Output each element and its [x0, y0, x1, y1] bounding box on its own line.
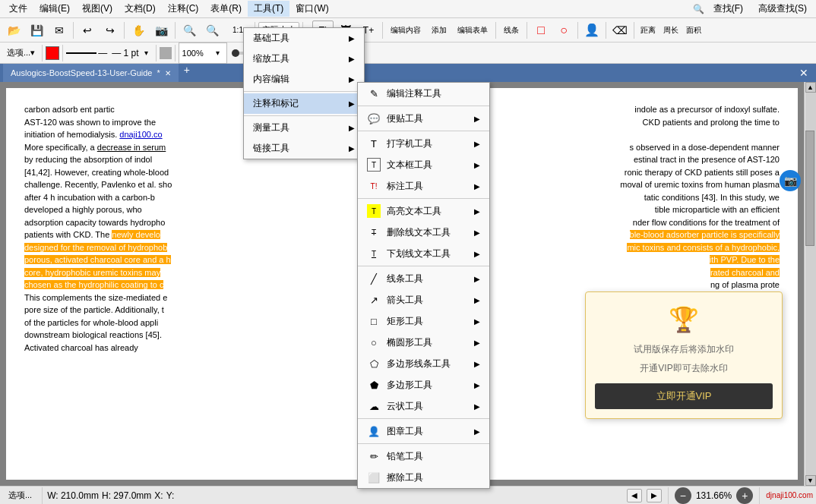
- sep9: [577, 22, 578, 39]
- color-picker[interactable]: [46, 46, 59, 60]
- area-btn[interactable]: 面积: [683, 20, 704, 40]
- edit-form-btn[interactable]: 编辑表单: [453, 20, 492, 40]
- save-button[interactable]: 💾: [26, 20, 47, 40]
- tools-menu-zoom[interactable]: 缩放工具 ▶: [244, 49, 364, 69]
- ann-arrow-label: 箭头工具: [387, 294, 423, 307]
- select-mode-btn[interactable]: 选项...: [3, 486, 37, 505]
- measure-arrow: ▶: [349, 124, 355, 132]
- ann-callout-arrow: ▶: [474, 182, 480, 191]
- fill-color[interactable]: [160, 47, 172, 59]
- ann-strikeout-btn[interactable]: T 删除线文本工具 ▶: [358, 222, 489, 243]
- prev-page-btn[interactable]: ◀: [627, 489, 642, 502]
- zoom-in-button[interactable]: 🔍: [179, 20, 200, 40]
- tab-close-btn[interactable]: ✕: [165, 69, 171, 77]
- ann-arrow-icon: ↗: [367, 293, 381, 307]
- menu-form[interactable]: 表单(R): [204, 1, 248, 17]
- tools-menu-basic[interactable]: 基础工具 ▶: [244, 28, 364, 49]
- menu-view[interactable]: 视图(V): [76, 1, 119, 17]
- add-btn[interactable]: 添加: [427, 20, 451, 40]
- tools-menu-annotate[interactable]: 注释和标记 ▶: [244, 93, 364, 114]
- ann-callout-btn[interactable]: T! 标注工具 ▶: [358, 175, 489, 197]
- ann-strikeout-label: 删除线文本工具: [387, 226, 451, 239]
- zoom-handle[interactable]: [232, 49, 239, 57]
- ann-edit-btn[interactable]: ✎ 编辑注释工具: [358, 83, 489, 104]
- ann-ellipse-btn[interactable]: ○ 椭圆形工具 ▶: [358, 332, 489, 353]
- edit-content-btn[interactable]: 编辑内容: [386, 20, 425, 40]
- ann-polygon-btn[interactable]: ⬟ 多边形工具 ▶: [358, 374, 489, 395]
- menu-find[interactable]: 查找(F): [707, 1, 749, 17]
- zoom-out-button[interactable]: 🔍: [201, 20, 223, 40]
- ann-polygon-label: 多边形工具: [387, 379, 432, 392]
- watermark-label[interactable]: djnaji100.com: [766, 491, 813, 499]
- camera-button[interactable]: 📷: [150, 20, 172, 40]
- menu-advanced-find[interactable]: 高级查找(S): [752, 1, 813, 17]
- measure-label: 测量工具: [253, 121, 289, 134]
- zoom-input[interactable]: [182, 49, 213, 58]
- tab-close-all-btn[interactable]: ✕: [795, 67, 813, 79]
- vip-open-btn[interactable]: 立即开通VIP: [595, 383, 773, 409]
- tools-menu-link[interactable]: 链接工具 ▶: [244, 138, 364, 159]
- select-dropdown[interactable]: 选项...▾: [3, 43, 39, 63]
- y-label: Y:: [166, 490, 175, 501]
- ann-cloud-btn[interactable]: ☁ 云状工具 ▶: [358, 395, 489, 417]
- ann-typewriter-btn[interactable]: T 打字机工具 ▶: [358, 133, 489, 154]
- zoom-dropdown-btn[interactable]: ▾: [213, 43, 223, 63]
- ann-eraser-btn[interactable]: ⬜ 擦除工具: [358, 467, 489, 488]
- ann-highlight-btn[interactable]: T 高亮文本工具 ▶: [358, 200, 489, 222]
- eraser-btn[interactable]: ⌫: [609, 20, 631, 40]
- ann-eraser-icon: ⬜: [367, 471, 381, 484]
- ann-pencil-btn[interactable]: ✏ 铅笔工具: [358, 446, 489, 467]
- rect-shape-btn[interactable]: □: [530, 20, 552, 40]
- zoom-tools-arrow: ▶: [349, 55, 355, 63]
- sep14: [156, 45, 157, 61]
- tab-add-btn[interactable]: +: [179, 64, 195, 82]
- menu-doc[interactable]: 文档(D): [119, 1, 162, 17]
- scroll-up-btn[interactable]: ▲: [805, 82, 816, 93]
- menu-tools[interactable]: 工具(T): [248, 1, 289, 17]
- scroll-down-btn[interactable]: ▼: [805, 475, 816, 486]
- floating-camera-btn[interactable]: 📷: [780, 170, 801, 191]
- menu-file[interactable]: 文件: [3, 1, 33, 17]
- ann-rect-btn[interactable]: □ 矩形工具 ▶: [358, 310, 489, 332]
- menu-annotate[interactable]: 注释(C): [162, 1, 205, 17]
- distance-btn[interactable]: 距离: [637, 20, 659, 40]
- width-label: W: 210.0mm: [47, 490, 99, 501]
- find-icon: 🔍: [693, 4, 704, 14]
- email-button[interactable]: ✉: [49, 20, 70, 40]
- open-button[interactable]: 📂: [3, 20, 24, 40]
- zoom-in-circle[interactable]: +: [736, 487, 753, 504]
- doc-link[interactable]: dnaji100.co: [119, 130, 162, 139]
- ann-stamp-btn[interactable]: 👤 图章工具 ▶: [358, 421, 489, 442]
- next-page-btn[interactable]: ▶: [647, 489, 662, 502]
- ann-arrow-btn[interactable]: ↗ 箭头工具 ▶: [358, 289, 489, 310]
- undo-button[interactable]: ↩: [77, 20, 98, 40]
- perimeter-btn[interactable]: 周长: [660, 20, 682, 40]
- ann-strikeout-icon: T: [367, 225, 381, 239]
- zoom-out-circle[interactable]: −: [675, 487, 691, 504]
- basic-tools-arrow: ▶: [349, 34, 355, 43]
- tab-doc[interactable]: Auslogics-BoostSpeed-13-User-Guide * ✕: [3, 64, 179, 82]
- ann-sticky-arrow: ▶: [474, 115, 480, 123]
- scrollbar-v[interactable]: ▲ ▼ 📷: [804, 82, 816, 486]
- ann-underline-btn[interactable]: T 下划线文本工具 ▶: [358, 243, 489, 264]
- ann-polyline-arrow: ▶: [474, 360, 480, 368]
- menu-window[interactable]: 窗口(W): [289, 1, 334, 17]
- scroll-thumb[interactable]: [805, 131, 814, 245]
- ann-sticky-btn[interactable]: 💬 便贴工具 ▶: [358, 108, 489, 129]
- menu-edit[interactable]: 编辑(E): [33, 1, 76, 17]
- ann-polyline-btn[interactable]: ⬠ 多边形线条工具 ▶: [358, 353, 489, 374]
- redo-button[interactable]: ↪: [100, 20, 121, 40]
- line-width-dropdown[interactable]: ▾: [141, 43, 153, 63]
- hand-button[interactable]: ✋: [128, 20, 149, 40]
- tools-menu-content[interactable]: 内容编辑 ▶: [244, 69, 364, 90]
- circle-shape-btn[interactable]: ○: [553, 20, 574, 40]
- ann-polyline-icon: ⬠: [367, 357, 381, 370]
- line-tool-btn[interactable]: 线条: [499, 20, 523, 40]
- ann-line-btn[interactable]: ╱ 线条工具 ▶: [358, 268, 489, 289]
- tools-menu-measure[interactable]: 测量工具 ▶: [244, 118, 364, 138]
- tab-label: Auslogics-BoostSpeed-13-User-Guide: [11, 68, 152, 77]
- ann-textbox-btn[interactable]: T 文本框工具 ▶: [358, 154, 489, 175]
- stamp-btn[interactable]: 👤: [581, 20, 603, 40]
- ann-rect-icon: □: [367, 314, 381, 328]
- ann-typewriter-label: 打字机工具: [387, 137, 432, 150]
